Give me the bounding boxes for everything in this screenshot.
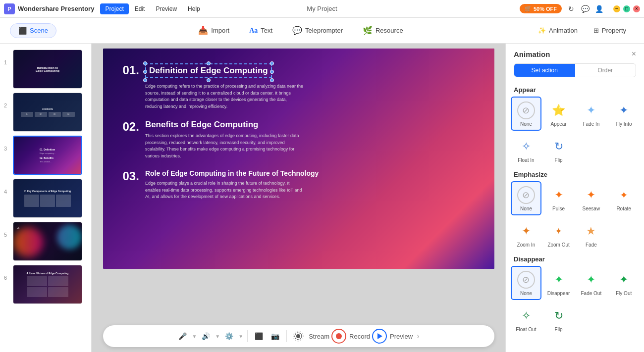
slide-item[interactable]: 1 Introduction toEdge Computing (0, 48, 91, 91)
emphasize-none[interactable]: ⊘ None (511, 181, 541, 215)
menu-project[interactable]: Project (100, 3, 128, 14)
settings-button[interactable]: ⚙️ (222, 330, 236, 342)
toolbar-text[interactable]: Aa Text (239, 24, 282, 38)
emphasize-zoomout[interactable]: ✦ Zoom Out (543, 217, 574, 251)
slide-point-2: 02. Benefits of Edge Computing This sect… (123, 120, 475, 159)
emphasize-pulse[interactable]: ✦ Pulse (543, 181, 574, 215)
point-number-3: 03. (123, 169, 139, 183)
panel-close-button[interactable]: × (632, 50, 636, 58)
emphasize-pulse-label: Pulse (552, 206, 565, 211)
mic-button[interactable]: 🎤 (175, 330, 190, 342)
appear-grid: ⊘ None ⭐ Appear ✦ Fade In ✦ Fly Into (511, 97, 639, 167)
minimize-button[interactable]: − (613, 5, 620, 12)
scene-button[interactable]: ⬛ Scene (10, 23, 56, 38)
screen-button[interactable]: ⬛ (252, 330, 266, 342)
slide-item[interactable]: 6 4. Uses / Future of Edge Computing (0, 263, 91, 306)
panel-tabs: Set action Order (514, 63, 636, 77)
disappear-icon: ✦ (549, 270, 569, 290)
seesaw-icon: ✦ (581, 185, 601, 205)
fadeout-icon: ✦ (581, 270, 601, 290)
emphasize-none-label: None (520, 206, 532, 211)
toolbar-teleprompter[interactable]: 💬 Teleprompter (282, 23, 353, 38)
tab-order[interactable]: Order (575, 64, 636, 77)
slide-item[interactable]: 2 CONTENTS 01 02 03 04 (0, 91, 91, 134)
appear-fadein[interactable]: ✦ Fade In (576, 97, 607, 131)
zoomin-icon: ✦ (516, 221, 536, 241)
camera-button[interactable]: 📷 (268, 330, 282, 342)
preview-label: Preview (390, 333, 413, 340)
slide-point-3: 03. Role of Edge Computing in the Future… (123, 169, 475, 201)
volume-button[interactable]: 🔊 (199, 330, 213, 342)
logo-icon: P (4, 3, 15, 14)
disappear-flip[interactable]: ↻ Flip (543, 302, 574, 336)
refresh-icon[interactable]: ↻ (567, 4, 576, 13)
disappear-flyout[interactable]: ✦ Fly Out (608, 266, 639, 300)
toolbar-import[interactable]: 📥 Import (188, 23, 239, 38)
slide-item[interactable]: 5 3. (0, 220, 91, 263)
user-icon[interactable]: 👤 (594, 4, 603, 13)
volume-chevron[interactable]: ▼ (215, 334, 220, 339)
slide-thumb-bg: 4. Uses / Future of Edge Computing (13, 265, 82, 303)
settings-chevron[interactable]: ▼ (238, 334, 243, 339)
slide-item-active[interactable]: 3 01. Definition Edge computing... 02. B… (0, 134, 91, 177)
emphasize-section-title: Emphasize (514, 171, 636, 178)
animation-label: Animation (549, 27, 578, 34)
pulse-icon: ✦ (549, 185, 569, 205)
slide-item[interactable]: 4 2. Key Components of Edge Computing (0, 177, 91, 220)
emphasize-fade-label: Fade (586, 242, 597, 248)
menu-preview[interactable]: Preview (151, 3, 182, 14)
menu-edit[interactable]: Edit (130, 3, 150, 14)
bottom-bar: 🎤 ▼ 🔊 ▼ ⚙️ ▼ ⬛ 📷 (103, 325, 494, 347)
disappear-fadeout[interactable]: ✦ Fade Out (576, 266, 607, 300)
emphasize-zoomin[interactable]: ✦ Zoom In (511, 217, 541, 251)
disappear-floatout[interactable]: ✧ Float Out (511, 302, 541, 336)
zoomout-icon: ✦ (549, 221, 569, 241)
panel-content: Appear ⊘ None ⭐ Appear ✦ Fade In ✦ (506, 82, 644, 352)
none-icon: ⊘ (516, 101, 536, 120)
slide-panel: 1 Introduction toEdge Computing 2 CONTEN… (0, 44, 92, 352)
emphasize-rotate[interactable]: ✦ Rotate (608, 181, 639, 215)
flyout-icon: ✦ (614, 270, 634, 290)
disappear-flyout-label: Fly Out (616, 291, 632, 296)
point-title-1[interactable]: Definition of Edge Computing (145, 63, 272, 78)
appear-none[interactable]: ⊘ None (511, 97, 541, 131)
record-button[interactable]: Record (331, 329, 370, 344)
message-icon[interactable]: 💬 (581, 4, 590, 13)
appear-floatin[interactable]: ✧ Float In (511, 133, 541, 167)
slide-number: 4 (4, 189, 10, 195)
slide-point-1: 01. Definition of Edge Computing (123, 63, 475, 110)
property-label: Property (602, 27, 626, 34)
property-button[interactable]: ⊞ Property (586, 24, 634, 37)
preview-button[interactable]: Preview (372, 329, 413, 344)
next-arrow[interactable]: › (415, 330, 421, 343)
emphasize-rotate-label: Rotate (616, 206, 631, 211)
emphasize-seesaw[interactable]: ✦ Seesaw (576, 181, 607, 215)
stream-label: Stream (309, 333, 329, 340)
promo-text: 50% OFF (534, 6, 557, 12)
stream-button[interactable]: Stream (291, 329, 329, 344)
svg-point-0 (296, 334, 300, 338)
promo-badge[interactable]: 🛒 50% OFF (520, 4, 562, 13)
disappear-disappear[interactable]: ✦ Disappear (543, 266, 574, 300)
appear-floatin-label: Float In (518, 157, 534, 163)
appear-flyinto[interactable]: ✦ Fly Into (608, 97, 639, 131)
tab-set-action[interactable]: Set action (514, 64, 575, 77)
slide-thumbnail: 4. Uses / Future of Edge Computing (13, 265, 82, 304)
emphasize-zoomout-label: Zoom Out (547, 242, 569, 248)
appear-appear[interactable]: ⭐ Appear (543, 97, 574, 131)
maximize-button[interactable]: □ (623, 5, 630, 12)
point-title-3: Role of Edge Computing in the Future of … (145, 169, 319, 177)
emphasize-fade[interactable]: ★ Fade (576, 217, 607, 251)
disappear-none[interactable]: ⊘ None (511, 266, 541, 300)
main-layout: 1 Introduction toEdge Computing 2 CONTEN… (0, 44, 644, 352)
animation-button[interactable]: ✨ Animation (530, 24, 586, 37)
mic-chevron[interactable]: ▼ (192, 334, 197, 339)
close-button[interactable]: × (633, 5, 640, 12)
appear-flip[interactable]: ↻ Flip (543, 133, 574, 167)
slide-number: 2 (4, 102, 10, 108)
emphasize-seesaw-label: Seesaw (583, 206, 600, 211)
slide-thumbnail: 3. (13, 222, 82, 261)
toolbar-resource[interactable]: 🌿 Resource (353, 23, 413, 38)
resource-label: Resource (376, 27, 403, 34)
menu-help[interactable]: Help (183, 3, 205, 14)
